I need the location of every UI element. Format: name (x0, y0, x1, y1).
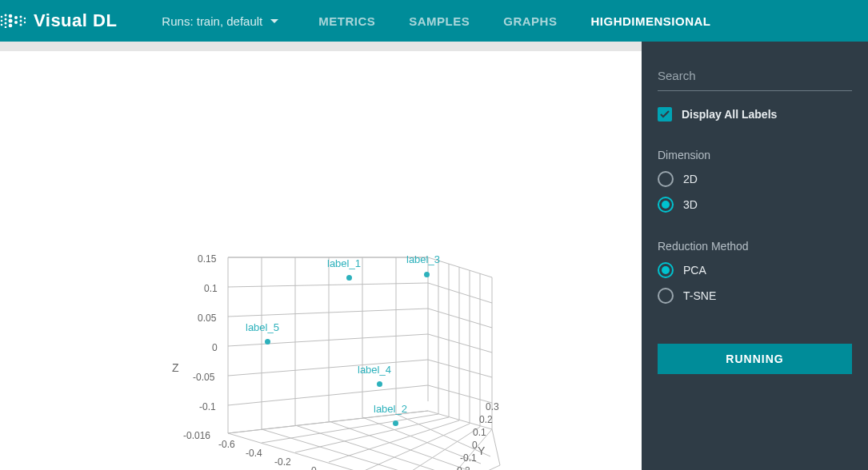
y-tick: -0.1 (460, 452, 477, 464)
svg-line-51 (428, 360, 492, 377)
y-tick: 0.2 (479, 414, 493, 425)
svg-point-6 (5, 26, 7, 28)
z-tick: 0.15 (198, 253, 216, 265)
navbar: Visual DL Runs: train, default METRICS S… (0, 0, 868, 42)
point-2 (393, 420, 398, 426)
sidebar: Display All Labels Dimension 2D 3D Reduc… (642, 42, 868, 470)
svg-line-49 (428, 309, 492, 328)
radio-3d[interactable] (658, 197, 674, 213)
svg-point-13 (20, 20, 22, 22)
svg-point-9 (9, 24, 13, 28)
point-5 (265, 339, 270, 345)
svg-line-52 (428, 385, 492, 403)
dimension-section: Dimension 2D 3D (658, 149, 852, 213)
point-label-3: label_3 (406, 253, 440, 265)
svg-line-19 (228, 309, 428, 317)
svg-point-15 (24, 18, 26, 19)
svg-line-48 (428, 283, 492, 303)
svg-line-18 (228, 283, 428, 287)
brand-logo: Visual DL (0, 10, 123, 31)
y-tick: 0.3 (486, 401, 499, 412)
svg-line-37 (295, 425, 458, 470)
point-label-2: label_2 (374, 403, 407, 415)
z-tick: -0.05 (193, 372, 214, 383)
brand-name: Visual DL (34, 10, 117, 31)
plot-stage[interactable]: Z X Y 0.15 0.1 0.05 0 -0.05 -0.1 -0.016 … (0, 42, 642, 470)
tab-graphs[interactable]: GRAPHS (503, 14, 557, 28)
scatter3d-chart: Z X Y 0.15 0.1 0.05 0 -0.05 -0.1 -0.016 … (188, 241, 492, 470)
point-1 (346, 275, 352, 281)
tab-metrics[interactable]: METRICS (318, 14, 375, 28)
svg-point-3 (5, 14, 7, 17)
svg-point-11 (14, 21, 18, 24)
point-label-5: label_5 (246, 321, 279, 333)
display-all-labels-row[interactable]: Display All Labels (658, 107, 852, 121)
y-tick: 0.1 (473, 427, 486, 438)
running-button[interactable]: RUNNING (658, 344, 852, 374)
z-tick: -0.1 (199, 401, 216, 412)
svg-point-8 (9, 19, 13, 23)
x-tick: 0 (311, 465, 317, 470)
point-3 (424, 272, 430, 277)
reduction-tsne[interactable]: T-SNE (658, 288, 852, 304)
axis-z-label: Z (172, 361, 179, 374)
dimension-title: Dimension (658, 149, 852, 161)
svg-line-31 (295, 417, 449, 452)
dimension-3d[interactable]: 3D (658, 197, 852, 213)
x-tick: -0.4 (246, 448, 262, 459)
runs-dropdown[interactable]: Runs: train, default (162, 14, 278, 28)
z-tick: 0.05 (198, 313, 216, 324)
content: Z X Y 0.15 0.1 0.05 0 -0.05 -0.1 -0.016 … (0, 42, 868, 470)
toolbar-strip (0, 42, 642, 51)
display-all-labels-checkbox[interactable] (658, 107, 672, 121)
svg-line-33 (362, 424, 470, 470)
svg-point-16 (24, 22, 26, 23)
z-tick: 0 (212, 342, 218, 353)
radio-tsne-label: T-SNE (683, 289, 716, 302)
point-label-4: label_4 (358, 364, 391, 376)
svg-point-2 (1, 24, 3, 26)
brand-dots-icon (0, 11, 27, 30)
search-input[interactable] (658, 64, 852, 91)
svg-point-7 (9, 14, 13, 18)
radio-2d-label: 2D (683, 173, 698, 185)
tab-highdimensional[interactable]: HIGHDIMENSIONAL (590, 14, 710, 28)
svg-line-20 (228, 334, 428, 346)
y-tick: -0.2 (454, 465, 470, 470)
reduction-title: Reduction Method (658, 240, 852, 253)
nav-tabs: METRICS SAMPLES GRAPHS HIGHDIMENSIONAL (318, 14, 710, 28)
svg-point-12 (20, 16, 22, 18)
radio-pca[interactable] (658, 262, 674, 278)
svg-point-14 (20, 24, 22, 26)
z-tick: 0.1 (204, 283, 218, 294)
x-tick: -0.2 (274, 456, 291, 468)
svg-point-4 (5, 18, 7, 21)
x-tick: -0.6 (218, 439, 235, 450)
radio-2d[interactable] (658, 171, 674, 187)
svg-point-5 (5, 22, 7, 25)
radio-3d-label: 3D (683, 198, 698, 211)
chevron-down-icon (270, 19, 278, 23)
display-all-labels-label: Display All Labels (682, 108, 777, 121)
tab-samples[interactable]: SAMPLES (409, 14, 470, 28)
svg-line-50 (428, 334, 492, 352)
reduction-pca[interactable]: PCA (658, 262, 852, 278)
reduction-section: Reduction Method PCA T-SNE (658, 240, 852, 304)
svg-line-21 (228, 360, 428, 376)
point-4 (377, 381, 382, 387)
z-tick: -0.016 (183, 430, 210, 441)
dimension-2d[interactable]: 2D (658, 171, 852, 187)
radio-pca-label: PCA (683, 264, 706, 277)
point-label-1: label_1 (327, 257, 361, 269)
runs-label: Runs: train, default (162, 14, 262, 28)
svg-point-10 (14, 16, 18, 19)
y-tick: 0 (472, 440, 478, 451)
radio-tsne[interactable] (658, 288, 674, 304)
axis-y-label: Y (478, 444, 485, 457)
svg-point-0 (1, 16, 3, 18)
svg-point-1 (1, 20, 3, 22)
